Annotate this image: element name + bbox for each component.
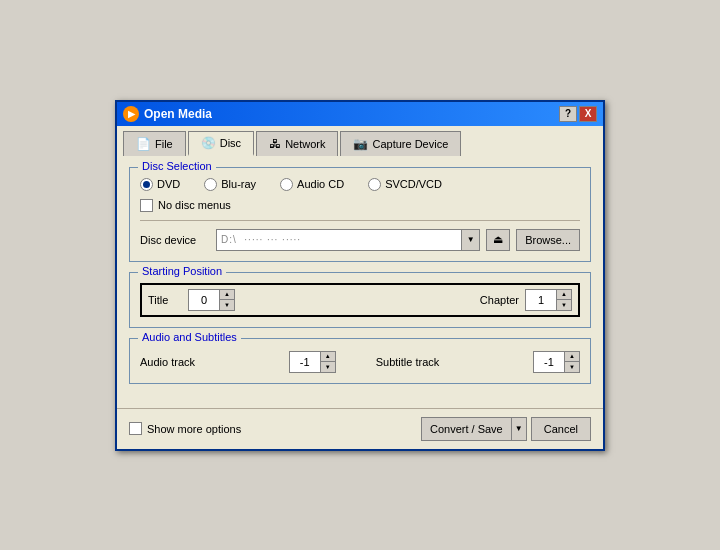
- disc-separator: [140, 220, 580, 221]
- audio-track-input[interactable]: [290, 352, 320, 372]
- chapter-input[interactable]: [526, 290, 556, 310]
- audio-track-spin-up[interactable]: ▲: [321, 352, 335, 362]
- radio-dvd-label: DVD: [157, 178, 180, 190]
- open-media-window: ▶ Open Media ? X 📄 File 💿 Disc 🖧 Network…: [115, 100, 605, 451]
- disc-device-input[interactable]: D:\ ····· ··· ·····: [216, 229, 462, 251]
- audio-track-spin-down[interactable]: ▼: [321, 362, 335, 372]
- subtitle-track-input[interactable]: [534, 352, 564, 372]
- tab-capture-label: Capture Device: [372, 138, 448, 150]
- radio-audiocd-circle[interactable]: [280, 178, 293, 191]
- audio-subtitles-legend: Audio and Subtitles: [138, 331, 241, 343]
- radio-audiocd[interactable]: Audio CD: [280, 178, 344, 191]
- convert-save-button[interactable]: Convert / Save: [421, 417, 511, 441]
- chapter-spin-down[interactable]: ▼: [557, 300, 571, 310]
- file-tab-icon: 📄: [136, 137, 151, 151]
- close-button[interactable]: X: [579, 106, 597, 122]
- title-bar-controls: ? X: [559, 106, 597, 122]
- title-spin-up[interactable]: ▲: [220, 290, 234, 300]
- radio-bluray-label: Blu-ray: [221, 178, 256, 190]
- tab-disc[interactable]: 💿 Disc: [188, 131, 254, 156]
- audio-track-item: Audio track: [140, 356, 195, 368]
- disc-selection-section: Disc Selection DVD Blu-ray Audio CD SV: [129, 167, 591, 262]
- help-button[interactable]: ?: [559, 106, 577, 122]
- radio-svcd-circle[interactable]: [368, 178, 381, 191]
- radio-bluray[interactable]: Blu-ray: [204, 178, 256, 191]
- disc-device-value: D:\ ····· ··· ·····: [221, 234, 301, 245]
- disc-device-dropdown-arrow[interactable]: ▼: [462, 229, 480, 251]
- disc-selection-legend: Disc Selection: [138, 160, 216, 172]
- disc-device-label: Disc device: [140, 234, 210, 246]
- bottom-bar: Show more options Convert / Save ▼ Cance…: [117, 408, 603, 449]
- show-more-options-checkbox[interactable]: [129, 422, 142, 435]
- starting-position-section: Starting Position Title ▲ ▼ Chapter ▲: [129, 272, 591, 328]
- title-spinner-arrows: ▲ ▼: [219, 290, 234, 310]
- title-label: Title: [148, 294, 178, 306]
- cancel-button[interactable]: Cancel: [531, 417, 591, 441]
- disc-device-combo-wrapper: D:\ ····· ··· ····· ▼: [216, 229, 480, 251]
- starting-position-legend: Starting Position: [138, 265, 226, 277]
- chapter-spin-up[interactable]: ▲: [557, 290, 571, 300]
- radio-dvd-circle[interactable]: [140, 178, 153, 191]
- subtitle-track-item: Subtitle track: [376, 356, 440, 368]
- tab-bar: 📄 File 💿 Disc 🖧 Network 📷 Capture Device: [117, 126, 603, 157]
- title-bar: ▶ Open Media ? X: [117, 102, 603, 126]
- audio-track-label: Audio track: [140, 356, 195, 368]
- tab-capture[interactable]: 📷 Capture Device: [340, 131, 461, 156]
- tab-disc-label: Disc: [220, 137, 241, 149]
- tab-file[interactable]: 📄 File: [123, 131, 186, 156]
- tab-network-label: Network: [285, 138, 325, 150]
- network-tab-icon: 🖧: [269, 137, 281, 151]
- radio-bluray-circle[interactable]: [204, 178, 217, 191]
- disc-type-radio-group: DVD Blu-ray Audio CD SVCD/VCD: [140, 178, 580, 191]
- title-spin-down[interactable]: ▼: [220, 300, 234, 310]
- audio-subtitles-section: Audio and Subtitles Audio track ▲ ▼ Subt…: [129, 338, 591, 384]
- subtitle-track-spinner[interactable]: ▲ ▼: [533, 351, 580, 373]
- subtitle-track-label: Subtitle track: [376, 356, 440, 368]
- radio-svcd-label: SVCD/VCD: [385, 178, 442, 190]
- show-more-options-label: Show more options: [147, 423, 241, 435]
- title-bar-left: ▶ Open Media: [123, 106, 212, 122]
- audio-row: Audio track ▲ ▼ Subtitle track ▲: [140, 351, 580, 373]
- audio-track-spinner[interactable]: ▲ ▼: [289, 351, 336, 373]
- capture-tab-icon: 📷: [353, 137, 368, 151]
- browse-button[interactable]: Browse...: [516, 229, 580, 251]
- no-disc-menus-checkbox[interactable]: [140, 199, 153, 212]
- chapter-right: Chapter ▲ ▼: [480, 289, 572, 311]
- chapter-spinner-arrows: ▲ ▼: [556, 290, 571, 310]
- subtitle-track-spin-down[interactable]: ▼: [565, 362, 579, 372]
- radio-dvd[interactable]: DVD: [140, 178, 180, 191]
- eject-button[interactable]: ⏏: [486, 229, 510, 251]
- window-title: Open Media: [144, 107, 212, 121]
- audio-track-arrows: ▲ ▼: [320, 352, 335, 372]
- disc-tab-icon: 💿: [201, 136, 216, 150]
- subtitle-track-arrows: ▲ ▼: [564, 352, 579, 372]
- convert-save-dropdown[interactable]: ▼: [511, 417, 527, 441]
- radio-audiocd-label: Audio CD: [297, 178, 344, 190]
- subtitle-track-spin-up[interactable]: ▲: [565, 352, 579, 362]
- position-row: Title ▲ ▼ Chapter ▲ ▼: [140, 283, 580, 317]
- title-input[interactable]: [189, 290, 219, 310]
- vlc-icon: ▶: [123, 106, 139, 122]
- chapter-label: Chapter: [480, 294, 519, 306]
- tab-network[interactable]: 🖧 Network: [256, 131, 338, 156]
- bottom-right: Convert / Save ▼ Cancel: [421, 417, 591, 441]
- no-disc-menus-row: No disc menus: [140, 199, 580, 212]
- bottom-left: Show more options: [129, 422, 241, 435]
- chapter-spinner[interactable]: ▲ ▼: [525, 289, 572, 311]
- convert-save-group: Convert / Save ▼: [421, 417, 527, 441]
- title-spinner[interactable]: ▲ ▼: [188, 289, 235, 311]
- main-content: Disc Selection DVD Blu-ray Audio CD SV: [117, 157, 603, 404]
- radio-svcd[interactable]: SVCD/VCD: [368, 178, 442, 191]
- disc-device-row: Disc device D:\ ····· ··· ····· ▼ ⏏ Brow…: [140, 229, 580, 251]
- no-disc-menus-label: No disc menus: [158, 199, 231, 211]
- tab-file-label: File: [155, 138, 173, 150]
